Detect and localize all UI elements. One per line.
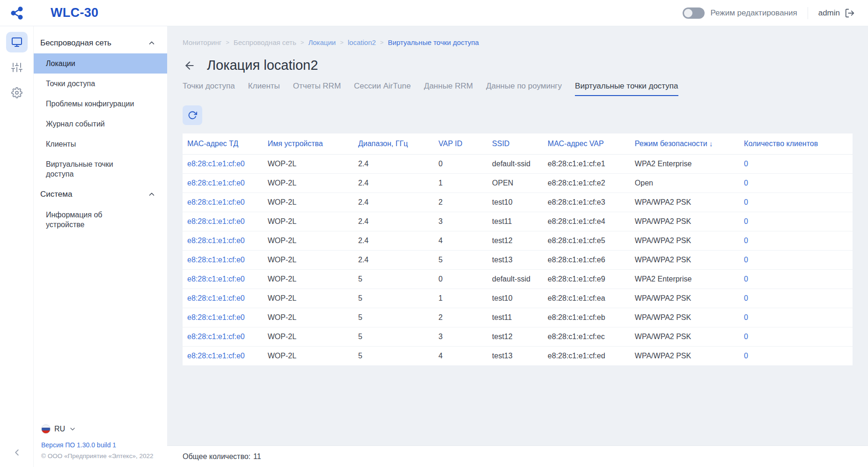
title-row: Локация location2 — [183, 58, 853, 73]
ap-mac-link[interactable]: e8:28:c1:e1:cf:e0 — [187, 179, 245, 187]
ap-mac-link[interactable]: e8:28:c1:e1:cf:e0 — [187, 256, 245, 264]
language-selector[interactable]: RU — [41, 424, 160, 434]
security-mode: WPA2 Enterprise — [635, 160, 692, 168]
ap-mac-link[interactable]: e8:28:c1:e1:cf:e0 — [187, 313, 245, 321]
table-cell: WOP-2L — [263, 270, 353, 289]
table-header-row: МАС-адрес ТДИмя устройстваДиапазон, ГГцV… — [183, 133, 853, 155]
icon-rail — [0, 26, 34, 467]
table-row: e8:28:c1:e1:cf:e0WOP-2L2.41OPENe8:28:c1:… — [183, 174, 853, 193]
table-cell: default-ssid — [487, 155, 543, 174]
sidebar-section-header-0[interactable]: Беспроводная сеть — [34, 33, 167, 53]
ap-mac-link[interactable]: e8:28:c1:e1:cf:e0 — [187, 333, 245, 341]
clients-count-link[interactable]: 0 — [744, 179, 748, 187]
chevron-up-icon — [147, 39, 156, 47]
clients-count-link[interactable]: 0 — [744, 275, 748, 283]
column-header-0[interactable]: МАС-адрес ТД — [183, 133, 263, 155]
ap-mac-link[interactable]: e8:28:c1:e1:cf:e0 — [187, 352, 245, 360]
column-header-4[interactable]: SSID — [487, 133, 543, 155]
column-header-1[interactable]: Имя устройства — [263, 133, 353, 155]
ssid: test12 — [492, 237, 513, 245]
sidebar-item-0-0[interactable]: Локации — [34, 53, 167, 74]
sidebar-item-0-4[interactable]: Клиенты — [34, 134, 167, 154]
column-header-7[interactable]: Количество клиентов — [739, 133, 853, 155]
clients-count-link[interactable]: 0 — [744, 160, 748, 168]
vap-id: 5 — [439, 256, 443, 264]
tab-0[interactable]: Точки доступа — [183, 82, 235, 96]
tab-2[interactable]: Отчеты RRM — [293, 82, 341, 96]
tab-4[interactable]: Данные RRM — [424, 82, 473, 96]
table-cell: e8:28:c1:e1:cf:e3 — [543, 193, 630, 212]
ssid: test12 — [492, 333, 513, 341]
language-code: RU — [54, 425, 65, 433]
edit-mode-toggle[interactable] — [683, 7, 705, 19]
main-inner: Мониторинг>Беспроводная сеть>Локации>loc… — [167, 26, 868, 445]
clients-count-link[interactable]: 0 — [744, 217, 748, 225]
band-ghz: 2.4 — [358, 160, 368, 168]
table-cell: 2 — [434, 193, 487, 212]
ap-mac-link[interactable]: e8:28:c1:e1:cf:e0 — [187, 217, 245, 225]
tab-5[interactable]: Данные по роумингу — [486, 82, 562, 96]
tab-3[interactable]: Сессии AirTune — [354, 82, 411, 96]
device-name: WOP-2L — [268, 217, 296, 225]
tab-6[interactable]: Виртуальные точки доступа — [575, 82, 678, 96]
clients-count-link[interactable]: 0 — [744, 237, 748, 245]
column-header-6[interactable]: Режим безопасности ↓ — [630, 133, 739, 155]
topbar: WLC-30 Режим редактирования admin — [0, 0, 868, 26]
table-cell: 0 — [739, 327, 853, 347]
tab-1[interactable]: Клиенты — [248, 82, 280, 96]
vap-mac: e8:28:c1:e1:cf:ec — [548, 333, 605, 341]
sidebar-sections: Беспроводная сетьЛокацииТочки доступаПро… — [34, 33, 167, 424]
rail-item-statistics[interactable] — [6, 57, 28, 78]
vap-table: МАС-адрес ТДИмя устройстваДиапазон, ГГцV… — [183, 133, 853, 366]
collapse-sidebar-button[interactable] — [12, 447, 22, 460]
clients-count-link[interactable]: 0 — [744, 352, 748, 360]
table-cell: 1 — [434, 174, 487, 193]
vap-mac: e8:28:c1:e1:cf:e6 — [548, 256, 605, 264]
rail-item-settings[interactable] — [6, 82, 28, 103]
ssid: test13 — [492, 352, 513, 360]
clients-count-link[interactable]: 0 — [744, 333, 748, 341]
ap-mac-link[interactable]: e8:28:c1:e1:cf:e0 — [187, 160, 245, 168]
ap-mac-link[interactable]: e8:28:c1:e1:cf:e0 — [187, 237, 245, 245]
table-cell: 3 — [434, 327, 487, 347]
column-header-3[interactable]: VAP ID — [434, 133, 487, 155]
device-name: WOP-2L — [268, 313, 296, 321]
table-cell: WPA2 Enterprise — [630, 270, 739, 289]
breadcrumb-item-2[interactable]: Локации — [308, 38, 336, 46]
sidebar-item-0-1[interactable]: Точки доступа — [34, 74, 167, 94]
rail-item-monitoring[interactable] — [6, 32, 28, 52]
sidebar-item-0-5[interactable]: Виртуальные точки доступа — [34, 154, 167, 184]
sidebar-item-1-0[interactable]: Информация об устройстве — [34, 205, 167, 235]
sidebar-section-header-1[interactable]: Система — [34, 184, 167, 205]
table-cell: 4 — [434, 231, 487, 251]
security-mode: WPA/WPA2 PSK — [635, 198, 691, 206]
table-cell: 0 — [434, 155, 487, 174]
sidebar-item-0-2[interactable]: Проблемы конфигурации — [34, 94, 167, 114]
logout-icon[interactable] — [845, 8, 855, 18]
table-cell: 5 — [434, 251, 487, 270]
table-cell: 5 — [353, 270, 434, 289]
clients-count-link[interactable]: 0 — [744, 294, 748, 302]
table-cell: e8:28:c1:e1:cf:e0 — [183, 289, 263, 308]
band-ghz: 5 — [358, 333, 362, 341]
clients-count-link[interactable]: 0 — [744, 256, 748, 264]
breadcrumb-item-3[interactable]: location2 — [348, 38, 376, 46]
sidebar-item-0-3[interactable]: Журнал событий — [34, 114, 167, 134]
vap-id: 3 — [439, 333, 443, 341]
table-cell: 2.4 — [353, 174, 434, 193]
clients-count-link[interactable]: 0 — [744, 198, 748, 206]
firmware-version: Версия ПО 1.30.0 build 1 — [41, 441, 160, 449]
ap-mac-link[interactable]: e8:28:c1:e1:cf:e0 — [187, 275, 245, 283]
refresh-button[interactable] — [183, 105, 202, 125]
main-content: Мониторинг>Беспроводная сеть>Локации>loc… — [167, 26, 868, 467]
column-header-5[interactable]: МАС-адрес VAP — [543, 133, 630, 155]
column-header-2[interactable]: Диапазон, ГГц — [353, 133, 434, 155]
table-row: e8:28:c1:e1:cf:e0WOP-2L54test13e8:28:c1:… — [183, 347, 853, 366]
ap-mac-link[interactable]: e8:28:c1:e1:cf:e0 — [187, 198, 245, 206]
ap-mac-link[interactable]: e8:28:c1:e1:cf:e0 — [187, 294, 245, 302]
total-bar: Общее количество: 11 — [167, 445, 868, 467]
clients-count-link[interactable]: 0 — [744, 313, 748, 321]
back-button[interactable] — [183, 59, 197, 73]
security-mode: WPA/WPA2 PSK — [635, 237, 691, 245]
table-cell: 5 — [353, 308, 434, 327]
